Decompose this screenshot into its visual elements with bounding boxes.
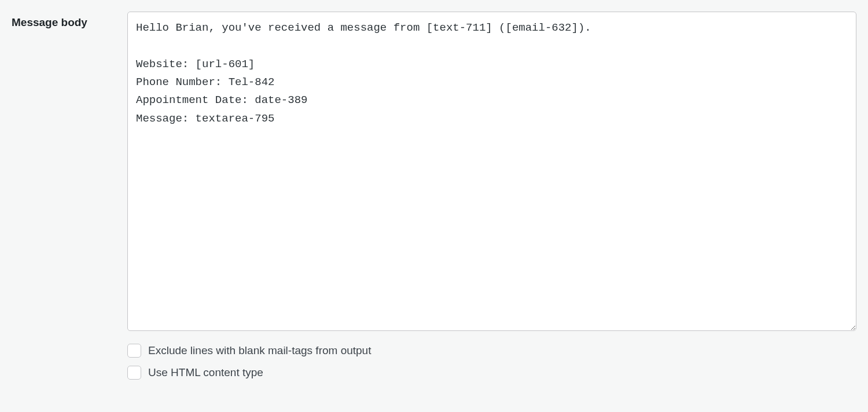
message-body-textarea[interactable] [127,12,856,331]
use-html-label[interactable]: Use HTML content type [148,366,263,379]
exclude-blank-row: Exclude lines with blank mail-tags from … [127,344,856,358]
message-body-row: Message body Exclude lines with blank ma… [12,12,856,380]
message-body-label: Message body [12,12,116,29]
exclude-blank-checkbox[interactable] [127,344,141,358]
use-html-checkbox[interactable] [127,366,141,380]
use-html-row: Use HTML content type [127,366,856,380]
exclude-blank-label[interactable]: Exclude lines with blank mail-tags from … [148,344,371,357]
message-body-content: Exclude lines with blank mail-tags from … [127,12,856,380]
